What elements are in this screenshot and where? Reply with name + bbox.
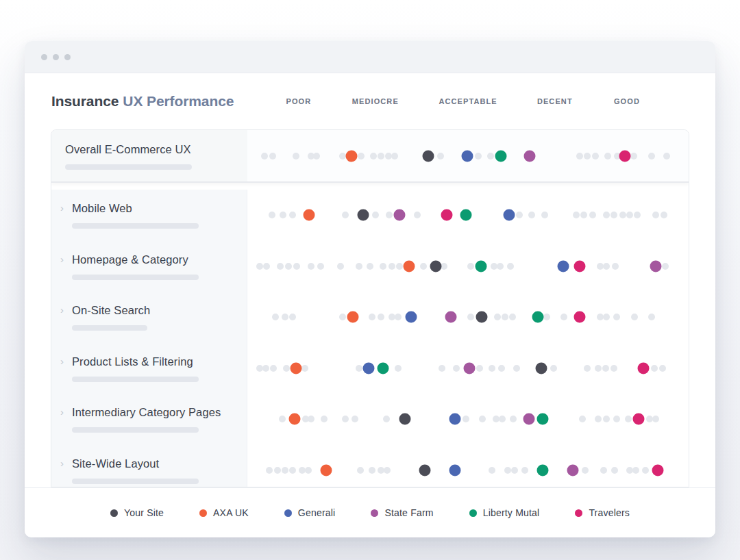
site-dot-generali[interactable]	[461, 150, 473, 162]
row-label-cell[interactable]: Intermediary Category Pages›	[51, 394, 247, 445]
chart-row-overall-e-commerce-ux: Overall E-Commerce UX	[51, 130, 689, 183]
site-dot-state-farm[interactable]	[463, 362, 475, 374]
benchmark-dot	[308, 416, 314, 422]
site-dot-your-site[interactable]	[430, 260, 441, 272]
benchmark-dot	[652, 416, 659, 422]
site-dot-travelers[interactable]	[638, 362, 650, 374]
site-dot-your-site[interactable]	[535, 362, 547, 374]
benchmark-dot	[269, 153, 276, 160]
benchmark-dot	[321, 416, 328, 422]
chevron-right-icon: ›	[60, 355, 64, 368]
site-dot-liberty-mutal[interactable]	[536, 413, 548, 425]
benchmark-dot	[494, 314, 501, 320]
chart-row-site-wide-layout: Site-Wide Layout›	[51, 445, 689, 488]
benchmark-dot	[652, 212, 659, 218]
benchmark-dot	[305, 467, 312, 474]
benchmark-dot	[584, 153, 591, 160]
row-label-cell[interactable]: Mobile Web›	[51, 190, 247, 241]
site-dot-your-site[interactable]	[399, 413, 410, 425]
benchmark-dot	[603, 212, 610, 218]
scale-label-poor: POOR	[286, 97, 311, 105]
site-dot-your-site[interactable]	[358, 209, 369, 221]
row-score-bar	[72, 325, 147, 331]
window-titlebar	[25, 41, 715, 73]
site-dot-state-farm[interactable]	[445, 311, 456, 323]
benchmark-dot	[437, 153, 444, 160]
row-label-cell[interactable]: Homepage & Category›	[51, 241, 247, 292]
scale-label-mediocre: MEDIOCRE	[352, 97, 399, 105]
site-dot-axa-uk[interactable]	[347, 311, 358, 323]
benchmark-dot	[613, 416, 620, 422]
site-dot-travelers[interactable]	[652, 464, 664, 476]
row-plot-area	[247, 445, 689, 488]
site-dot-your-site[interactable]	[419, 464, 430, 476]
legend-item-your-site: Your Site	[110, 507, 164, 518]
site-dot-axa-uk[interactable]	[303, 209, 314, 221]
site-dot-generali[interactable]	[406, 311, 417, 323]
window-control-dot[interactable]	[53, 54, 59, 60]
legend-label: Travelers	[589, 507, 630, 518]
row-plot-area	[247, 343, 689, 394]
row-title: Product Lists & Filtering›	[72, 355, 247, 368]
site-dot-liberty-mutal[interactable]	[476, 260, 487, 272]
benchmark-dot	[270, 365, 277, 372]
site-dot-generali[interactable]	[363, 362, 375, 374]
benchmark-dot	[370, 153, 377, 160]
benchmark-dot	[579, 416, 586, 422]
benchmark-dot	[384, 467, 391, 474]
site-dot-travelers[interactable]	[632, 413, 644, 425]
window-control-dot[interactable]	[64, 54, 71, 60]
scale-label-good: GOOD	[614, 97, 640, 105]
row-label-cell[interactable]: Site-Wide Layout›	[51, 445, 247, 488]
site-dot-travelers[interactable]	[619, 150, 631, 162]
site-dot-your-site[interactable]	[423, 150, 434, 162]
site-dot-travelers[interactable]	[574, 311, 586, 323]
site-dot-state-farm[interactable]	[567, 464, 579, 476]
site-dot-liberty-mutal[interactable]	[532, 311, 544, 323]
site-dot-liberty-mutal[interactable]	[495, 150, 506, 162]
site-dot-generali[interactable]	[503, 209, 515, 221]
benchmark-dot	[475, 153, 482, 160]
chevron-right-icon: ›	[60, 457, 64, 470]
benchmark-dot	[489, 467, 495, 474]
site-dot-axa-uk[interactable]	[288, 413, 300, 425]
legend-dot-icon	[469, 509, 477, 517]
benchmark-dot	[612, 263, 619, 270]
benchmark-dot	[274, 467, 281, 474]
row-label-cell[interactable]: Product Lists & Filtering›	[51, 343, 247, 394]
chart-hero-row-slot: Overall E-Commerce UX	[51, 130, 689, 183]
site-dot-travelers[interactable]	[574, 260, 586, 272]
site-dot-axa-uk[interactable]	[346, 150, 358, 162]
site-dot-liberty-mutal[interactable]	[460, 209, 472, 221]
site-dot-axa-uk[interactable]	[404, 260, 415, 272]
site-dot-your-site[interactable]	[476, 311, 487, 323]
site-dot-state-farm[interactable]	[393, 209, 405, 221]
site-dot-state-farm[interactable]	[523, 413, 534, 425]
benchmark-dot	[372, 212, 379, 218]
benchmark-dot	[356, 365, 362, 372]
row-score-bar	[72, 427, 199, 433]
site-dot-travelers[interactable]	[441, 209, 452, 221]
benchmark-dot	[383, 416, 390, 422]
benchmark-dot	[543, 314, 550, 320]
window-control-dot[interactable]	[41, 54, 47, 60]
benchmark-dot	[597, 263, 604, 270]
benchmark-dot	[502, 314, 508, 320]
benchmark-dot	[507, 263, 514, 270]
legend-dot-icon	[110, 509, 118, 517]
benchmark-dot	[521, 467, 528, 474]
benchmark-dot	[272, 314, 279, 320]
site-dot-liberty-mutal[interactable]	[377, 362, 388, 374]
site-dot-generali[interactable]	[558, 260, 569, 272]
site-dot-generali[interactable]	[449, 413, 461, 425]
benchmark-dot	[550, 365, 557, 372]
site-dot-axa-uk[interactable]	[290, 362, 301, 374]
site-dot-state-farm[interactable]	[650, 260, 662, 272]
site-dot-axa-uk[interactable]	[320, 464, 332, 476]
row-label-cell[interactable]: On-Site Search›	[51, 292, 247, 343]
row-title: On-Site Search›	[72, 303, 247, 317]
site-dot-generali[interactable]	[449, 464, 461, 476]
site-dot-liberty-mutal[interactable]	[536, 464, 548, 476]
site-dot-state-farm[interactable]	[523, 150, 535, 162]
benchmark-dot	[597, 314, 604, 320]
